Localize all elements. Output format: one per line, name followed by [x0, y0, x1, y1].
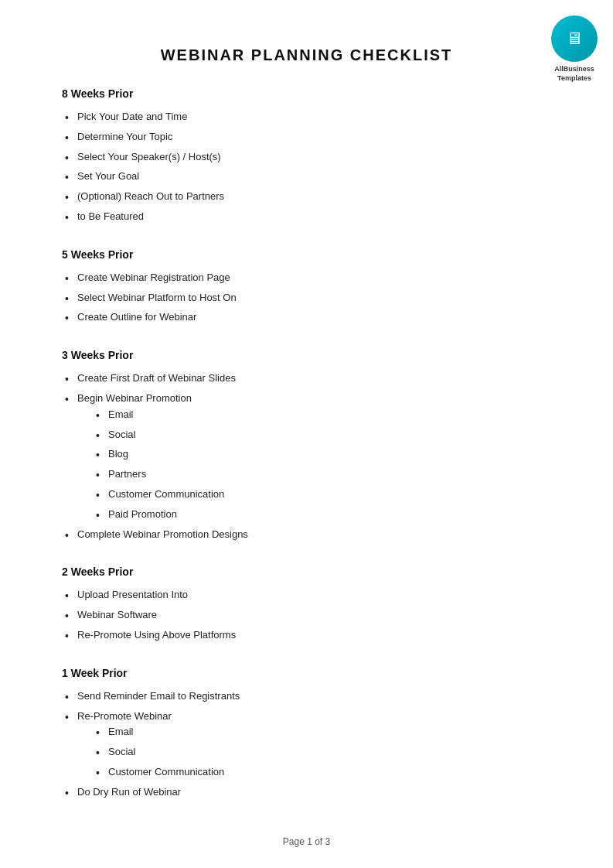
list-item: Social — [93, 744, 551, 760]
list-item: Select Your Speaker(s) / Host(s) — [62, 149, 551, 166]
list-item: Paid Promotion — [93, 507, 551, 523]
list-item: Pick Your Date and Time — [62, 109, 551, 125]
list-item: Webinar Software — [62, 607, 551, 624]
list-item: Customer Communication — [93, 487, 551, 503]
section-2-weeks: 2 Weeks PriorUpload Presentation IntoWeb… — [62, 566, 551, 643]
logo-container: 🖥 AllBusinessTemplates — [551, 15, 598, 83]
list-item: Complete Webinar Promotion Designs — [62, 527, 551, 543]
section-heading-2-weeks: 2 Weeks Prior — [62, 566, 551, 578]
logo-circle: 🖥 — [551, 15, 598, 62]
section-heading-1-week: 1 Week Prior — [62, 667, 551, 679]
list-item: Do Dry Run of Webinar — [62, 784, 551, 801]
list-item: Create First Draft of Webinar Slides — [62, 371, 551, 387]
section-heading-3-weeks: 3 Weeks Prior — [62, 349, 551, 361]
section-8-weeks: 8 Weeks PriorPick Your Date and TimeDete… — [62, 87, 551, 225]
section-1-week: 1 Week PriorSend Reminder Email to Regis… — [62, 667, 551, 801]
sections-container: 8 Weeks PriorPick Your Date and TimeDete… — [62, 87, 551, 801]
list-item: Upload Presentation Into — [62, 587, 551, 603]
list-item: Select Webinar Platform to Host On — [62, 290, 551, 306]
list-item: to Be Featured — [62, 209, 551, 225]
list-item: Send Reminder Email to Registrants — [62, 689, 551, 705]
page-footer: Page 1 of 3 — [0, 836, 613, 847]
bullet-list-3-weeks: Create First Draft of Webinar SlidesBegi… — [62, 371, 551, 542]
list-item: Customer Communication — [93, 764, 551, 781]
bullet-list-5-weeks: Create Webinar Registration PageSelect W… — [62, 270, 551, 326]
list-item: Determine Your Topic — [62, 129, 551, 145]
list-item: Email — [93, 724, 551, 740]
section-3-weeks: 3 Weeks PriorCreate First Draft of Webin… — [62, 349, 551, 542]
bullet-list-1-week: Send Reminder Email to RegistrantsRe-Pro… — [62, 689, 551, 801]
bullet-list-2-weeks: Upload Presentation IntoWebinar Software… — [62, 587, 551, 643]
list-item: Create Webinar Registration Page — [62, 270, 551, 286]
document-page: 🖥 AllBusinessTemplates WEBINAR PLANNING … — [0, 0, 613, 868]
sub-list: EmailSocialBlogPartnersCustomer Communic… — [93, 407, 551, 523]
section-heading-5-weeks: 5 Weeks Prior — [62, 248, 551, 261]
page-title: WEBINAR PLANNING CHECKLIST — [62, 46, 551, 64]
list-item: Re-Promote Using Above Platforms — [62, 627, 551, 644]
list-item: Partners — [93, 466, 551, 483]
list-item: Social — [93, 427, 551, 443]
list-item: Begin Webinar PromotionEmailSocialBlogPa… — [62, 391, 551, 523]
list-item: (Optional) Reach Out to Partners — [62, 189, 551, 205]
list-item: Set Your Goal — [62, 169, 551, 185]
logo-icon: 🖥 — [566, 29, 583, 49]
list-item: Create Outline for Webinar — [62, 309, 551, 326]
section-heading-8-weeks: 8 Weeks Prior — [62, 87, 551, 100]
bullet-list-8-weeks: Pick Your Date and TimeDetermine Your To… — [62, 109, 551, 225]
list-item: Re-Promote WebinarEmailSocialCustomer Co… — [62, 709, 551, 781]
section-5-weeks: 5 Weeks PriorCreate Webinar Registration… — [62, 248, 551, 326]
list-item: Blog — [93, 446, 551, 463]
list-item: Email — [93, 407, 551, 423]
logo-text: AllBusinessTemplates — [554, 65, 594, 83]
sub-list: EmailSocialCustomer Communication — [93, 724, 551, 780]
